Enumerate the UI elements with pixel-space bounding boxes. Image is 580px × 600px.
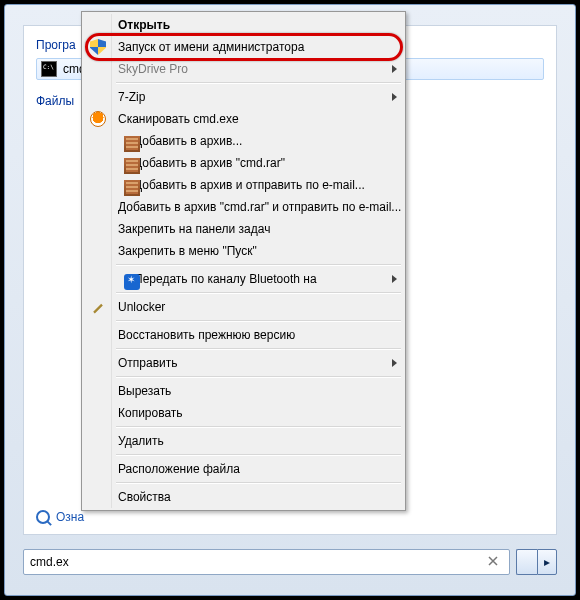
menu-separator [116,482,401,484]
menu-archive-email[interactable]: Добавить в архив и отправить по e-mail..… [84,174,403,196]
menu-send-to-label: Отправить [118,356,178,370]
menu-open-label: Открыть [118,18,170,32]
archive-icon [124,158,140,174]
wand-icon [90,299,106,315]
search-input-value: cmd.ex [30,555,69,569]
menu-copy[interactable]: Копировать [84,402,403,424]
menu-cut-label: Вырезать [118,384,171,398]
cmd-icon [41,61,57,77]
archive-icon [124,180,140,196]
menu-bluetooth-send[interactable]: Передать по каналу Bluetooth на [84,268,403,290]
menu-add-to-archive-cmd-label: Добавить в архив "cmd.rar" [134,156,285,170]
menu-separator [116,426,401,428]
menu-separator [116,82,401,84]
menu-unlocker[interactable]: Unlocker [84,296,403,318]
chevron-right-icon [392,359,397,367]
menu-pin-start-label: Закрепить в меню "Пуск" [118,244,257,258]
menu-open[interactable]: Открыть [84,14,403,36]
menu-add-to-archive-cmd[interactable]: Добавить в архив "cmd.rar" [84,152,403,174]
menu-properties-label: Свойства [118,490,171,504]
menu-pin-taskbar-label: Закрепить на панели задач [118,222,270,236]
menu-pin-start[interactable]: Закрепить в меню "Пуск" [84,240,403,262]
menu-unlocker-label: Unlocker [118,300,165,314]
menu-restore-previous-label: Восстановить прежнюю версию [118,328,295,342]
see-more-label: Озна [56,510,84,524]
menu-properties[interactable]: Свойства [84,486,403,508]
menu-separator [116,348,401,350]
menu-restore-previous[interactable]: Восстановить прежнюю версию [84,324,403,346]
search-bar: cmd.ex ▸ [23,549,557,575]
menu-send-to[interactable]: Отправить [84,352,403,374]
shutdown-split-button[interactable]: ▸ [516,549,557,575]
menu-separator [116,264,401,266]
menu-skydrive-pro-label: SkyDrive Pro [118,62,188,76]
chevron-right-icon [392,275,397,283]
menu-separator [116,320,401,322]
menu-run-as-admin[interactable]: Запуск от имени администратора [84,36,403,58]
menu-scan-label: Сканировать cmd.exe [118,112,239,126]
chevron-right-icon [392,65,397,73]
menu-archive-cmd-email-label: Добавить в архив "cmd.rar" и отправить п… [118,200,401,214]
shutdown-button-arrow[interactable]: ▸ [537,549,557,575]
menu-separator [116,376,401,378]
menu-scan[interactable]: Сканировать cmd.exe [84,108,403,130]
menu-separator [116,454,401,456]
menu-bluetooth-send-label: Передать по каналу Bluetooth на [134,272,317,286]
menu-archive-email-label: Добавить в архив и отправить по e-mail..… [134,178,365,192]
search-icon [36,510,50,524]
bluetooth-icon [124,274,140,290]
chevron-right-icon [392,93,397,101]
search-clear-icon[interactable] [485,553,503,571]
see-more-link[interactable]: Озна [36,510,84,524]
menu-7zip-label: 7-Zip [118,90,145,104]
antivirus-icon [90,111,106,127]
menu-pin-taskbar[interactable]: Закрепить на панели задач [84,218,403,240]
shutdown-button-main[interactable] [516,549,537,575]
menu-add-to-archive[interactable]: Добавить в архив... [84,130,403,152]
archive-icon [124,136,140,152]
menu-7zip[interactable]: 7-Zip [84,86,403,108]
context-menu: Открыть Запуск от имени администратора S… [81,11,406,511]
menu-copy-label: Копировать [118,406,183,420]
menu-cut[interactable]: Вырезать [84,380,403,402]
menu-skydrive-pro[interactable]: SkyDrive Pro [84,58,403,80]
menu-open-location[interactable]: Расположение файла [84,458,403,480]
menu-add-to-archive-label: Добавить в архив... [134,134,242,148]
menu-delete-label: Удалить [118,434,164,448]
search-input[interactable]: cmd.ex [23,549,510,575]
menu-delete[interactable]: Удалить [84,430,403,452]
menu-separator [116,292,401,294]
start-menu-window: Програ cmd Файлы Озна cmd.ex ▸ Открыть [4,4,576,596]
menu-run-as-admin-label: Запуск от имени администратора [118,40,304,54]
menu-open-location-label: Расположение файла [118,462,240,476]
menu-archive-cmd-email[interactable]: Добавить в архив "cmd.rar" и отправить п… [84,196,403,218]
shield-icon [90,39,106,55]
